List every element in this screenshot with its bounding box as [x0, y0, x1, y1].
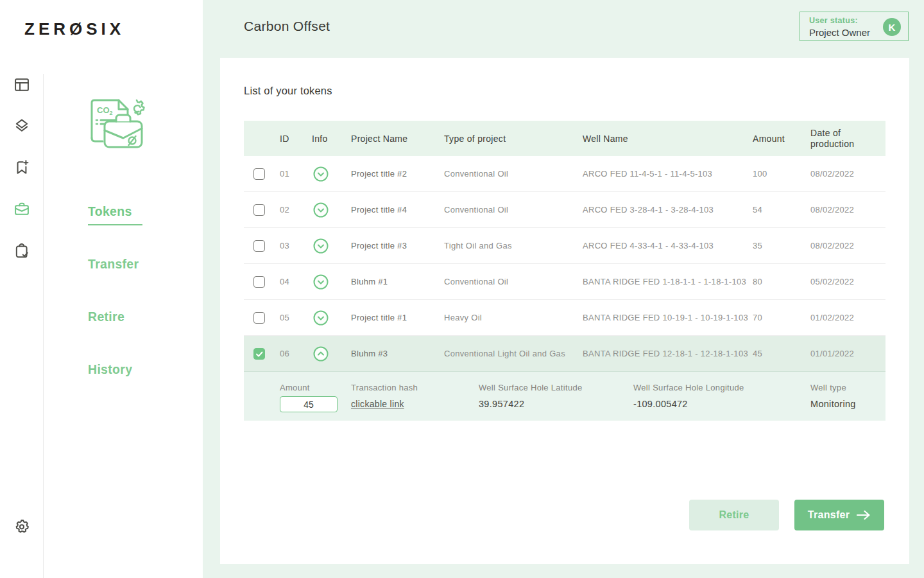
- cell-date: 01/01/2022: [810, 349, 886, 358]
- transfer-button-label: Transfer: [808, 509, 850, 521]
- sidebar: ZERØSIX CO2: [0, 0, 203, 578]
- cell-well-name: ARCO FED 11-4-5-1 - 11-4-5-103: [583, 169, 753, 179]
- sidebar-item-retire[interactable]: Retire: [88, 310, 142, 324]
- action-buttons: Retire Transfer: [689, 500, 884, 530]
- detail-well-type-label: Well type: [810, 383, 886, 392]
- header-amount: Amount: [753, 134, 810, 144]
- cell-type: Conventional Oil: [444, 169, 583, 179]
- tokens-table: ID Info Project Name Type of project Wel…: [244, 121, 886, 421]
- svg-text:CO2: CO2: [97, 105, 113, 116]
- table-header-row: ID Info Project Name Type of project Wel…: [244, 121, 886, 156]
- cell-date: 05/02/2022: [810, 277, 886, 286]
- retire-button[interactable]: Retire: [689, 500, 779, 530]
- cell-amount: 80: [753, 277, 810, 286]
- header-type: Type of project: [444, 134, 583, 144]
- table-row: 04 Bluhm #1 Conventional Oil BANTA RIDGE…: [244, 264, 886, 300]
- cell-well-name: ARCO FED 3-28-4-1 - 3-28-4-103: [583, 205, 753, 215]
- sidebar-menu: Tokens Transfer Retire History: [88, 204, 142, 415]
- detail-longitude-label: Well Surface Hole Longitude: [633, 383, 810, 392]
- user-status-value: Project Owner: [809, 27, 870, 38]
- cell-date: 01/02/2022: [810, 313, 886, 322]
- info-chevron-icon[interactable]: [313, 238, 329, 254]
- cell-project-name: Bluhm #3: [351, 349, 444, 358]
- detail-tx-label: Transaction hash: [351, 383, 479, 392]
- cell-amount: 45: [753, 349, 810, 358]
- cell-amount: 100: [753, 169, 810, 179]
- row-checkbox[interactable]: [253, 168, 265, 180]
- user-status-card: User status: Project Owner K: [800, 12, 909, 41]
- cell-type: Tight Oil and Gas: [444, 241, 583, 250]
- row-checkbox[interactable]: [253, 240, 265, 252]
- detail-amount-label: Amount: [280, 383, 351, 392]
- cell-well-name: BANTA RIDGE FED 12-18-1 - 12-18-1-103: [583, 349, 753, 358]
- cell-project-name: Project title #2: [351, 169, 444, 179]
- table-row: 01 Project title #2 Conventional Oil ARC…: [244, 156, 886, 192]
- cell-date: 08/02/2022: [810, 241, 886, 250]
- main-content: Carbon Offset User status: Project Owner…: [203, 0, 924, 578]
- expanded-row-detail: Amount Transaction hash clickable link W…: [244, 372, 886, 421]
- cell-type: Conventional Oil: [444, 205, 583, 215]
- page: ZERØSIX CO2: [0, 0, 924, 578]
- page-title: Carbon Offset: [244, 19, 330, 34]
- table-row: 02 Project title #4 Conventional Oil ARC…: [244, 192, 886, 228]
- row-checkbox[interactable]: [253, 348, 265, 360]
- sidebar-item-tokens[interactable]: Tokens: [88, 204, 142, 225]
- arrow-right-icon: [856, 510, 871, 520]
- detail-latitude-value: 39.957422: [479, 399, 633, 409]
- cell-type: Conventional Light Oil and Gas: [444, 349, 583, 358]
- cell-well-name: BANTA RIDGE FED 1-18-1-1 - 1-18-1-103: [583, 277, 753, 286]
- cell-amount: 70: [753, 313, 810, 322]
- sidebar-item-history[interactable]: History: [88, 362, 142, 377]
- user-status-label: User status:: [809, 16, 858, 25]
- row-checkbox[interactable]: [253, 204, 265, 216]
- info-chevron-icon[interactable]: [313, 166, 329, 182]
- clipboard-check-icon[interactable]: [13, 242, 31, 260]
- cell-type: Heavy Oil: [444, 313, 583, 322]
- table-row-selected: 06 Bluhm #3 Conventional Light Oil and G…: [244, 336, 886, 372]
- cell-project-name: Project title #3: [351, 241, 444, 250]
- detail-latitude-label: Well Surface Hole Latitude: [479, 383, 633, 392]
- cell-project-name: Project title #4: [351, 205, 444, 215]
- cell-id: 03: [280, 241, 312, 250]
- cell-date: 08/02/2022: [810, 169, 886, 179]
- avatar[interactable]: K: [883, 18, 901, 36]
- header-date: Date of production: [810, 128, 886, 148]
- dashboard-icon[interactable]: [13, 76, 31, 94]
- cell-date: 08/02/2022: [810, 205, 886, 215]
- amount-input[interactable]: [280, 396, 338, 412]
- cell-type: Conventional Oil: [444, 277, 583, 286]
- cell-amount: 54: [753, 205, 810, 215]
- cell-amount: 35: [753, 241, 810, 250]
- cell-id: 01: [280, 169, 312, 179]
- card-title: List of your tokens: [244, 85, 332, 97]
- rail-divider: [43, 74, 44, 578]
- bookmark-add-icon[interactable]: [13, 159, 31, 177]
- cell-well-name: BANTA RIDGE FED 10-19-1 - 10-19-1-103: [583, 313, 753, 322]
- layers-icon[interactable]: [13, 117, 31, 135]
- briefcase-icon[interactable]: [13, 200, 31, 218]
- info-chevron-icon[interactable]: [313, 202, 329, 218]
- table-row: 05 Project title #1 Heavy Oil BANTA RIDG…: [244, 300, 886, 336]
- transfer-button[interactable]: Transfer: [794, 500, 884, 530]
- header-id: ID: [280, 134, 312, 144]
- info-chevron-icon[interactable]: [313, 274, 329, 290]
- co2-briefcase-illustration: CO2: [85, 94, 146, 155]
- sidebar-item-transfer[interactable]: Transfer: [88, 257, 142, 272]
- transaction-hash-link[interactable]: clickable link: [351, 399, 404, 409]
- info-chevron-icon[interactable]: [313, 310, 329, 326]
- header-well-name: Well Name: [583, 134, 753, 144]
- cell-project-name: Project title #1: [351, 313, 444, 322]
- cell-id: 06: [280, 349, 312, 358]
- table-row: 03 Project title #3 Tight Oil and Gas AR…: [244, 228, 886, 264]
- detail-longitude-value: -109.005472: [633, 399, 810, 409]
- cell-well-name: ARCO FED 4-33-4-1 - 4-33-4-103: [583, 241, 753, 250]
- info-chevron-icon[interactable]: [313, 346, 329, 362]
- row-checkbox[interactable]: [253, 276, 265, 288]
- gear-icon[interactable]: [13, 518, 31, 536]
- header-info: Info: [312, 134, 351, 144]
- row-checkbox[interactable]: [253, 312, 265, 324]
- cell-id: 04: [280, 277, 312, 286]
- detail-well-type-value: Monitoring: [810, 399, 886, 409]
- header-project-name: Project Name: [351, 134, 444, 144]
- cell-id: 02: [280, 205, 312, 215]
